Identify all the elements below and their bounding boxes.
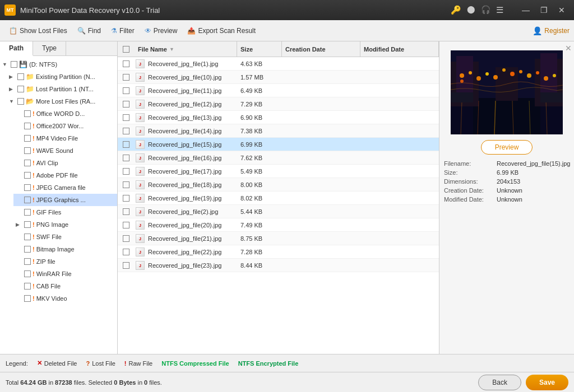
png-check[interactable] (24, 221, 31, 228)
row-checkbox[interactable] (123, 141, 129, 148)
row-checkbox[interactable] (123, 208, 129, 215)
row-checkbox[interactable] (123, 114, 129, 121)
tree-mkv[interactable]: ! MKV Video (13, 292, 117, 305)
row-check[interactable] (118, 101, 135, 108)
office-check[interactable] (24, 110, 31, 117)
back-button[interactable]: Back (478, 375, 521, 390)
row-check[interactable] (118, 235, 135, 242)
existing-check[interactable] (17, 73, 24, 80)
menu-icon[interactable]: ☰ (496, 5, 503, 15)
tree-office-word[interactable]: ! Office WORD D... (13, 108, 117, 120)
row-checkbox[interactable] (123, 235, 129, 242)
row-check[interactable] (118, 87, 135, 94)
key-icon[interactable]: 🔑 (451, 5, 461, 15)
row-check[interactable] (118, 181, 135, 188)
row-checkbox[interactable] (123, 249, 129, 255)
row-checkbox[interactable] (123, 74, 129, 81)
col-size[interactable]: Size (237, 41, 282, 57)
gif-check[interactable] (24, 209, 31, 216)
root-check[interactable] (11, 61, 17, 68)
file-row[interactable]: J Recovered_jpg_file(12).jpg 7.29 KB (118, 97, 439, 111)
tree-existing-partition[interactable]: ▶ 📁 Existing Partition (N... (7, 71, 117, 83)
row-check[interactable] (118, 222, 135, 228)
row-checkbox[interactable] (123, 222, 129, 228)
col-filename[interactable]: File Name ▼ (135, 41, 237, 57)
row-check[interactable] (118, 74, 135, 81)
tree-jpeg-graphics[interactable]: ! JPEG Graphics ... (13, 194, 117, 206)
row-checkbox[interactable] (123, 101, 129, 108)
row-checkbox[interactable] (123, 168, 129, 175)
row-check[interactable] (118, 128, 135, 134)
tree-winrar[interactable]: ! WinRAR File (13, 268, 117, 280)
tree-wave[interactable]: ! WAVE Sound (13, 144, 117, 157)
lost-check[interactable] (17, 86, 24, 92)
row-check[interactable] (118, 168, 135, 175)
file-row[interactable]: J Recovered_jpg_file(20).jpg 7.49 KB (118, 218, 439, 232)
pdf-check[interactable] (24, 172, 31, 179)
file-row[interactable]: J Recovered_jpg_file(10).jpg 1.57 MB (118, 71, 439, 84)
register-button[interactable]: 👤 Register (533, 26, 570, 35)
preview-close-icon[interactable]: ✕ (565, 44, 572, 53)
mp4-check[interactable] (24, 135, 31, 142)
file-row[interactable]: J Recovered_jpg_file(21).jpg 8.75 KB (118, 232, 439, 245)
file-row[interactable]: J Recovered_jpg_file(13).jpg 6.90 KB (118, 111, 439, 124)
file-row[interactable]: J Recovered_jpg_file(15).jpg 6.99 KB (118, 138, 439, 151)
tab-path[interactable]: Path (0, 41, 33, 56)
file-row[interactable]: J Recovered_jpg_file(19).jpg 8.02 KB (118, 192, 439, 205)
swf-check[interactable] (24, 234, 31, 240)
file-row[interactable]: J Recovered_jpg_file(23).jpg 8.44 KB (118, 259, 439, 272)
preview-button[interactable]: Preview (481, 140, 533, 155)
row-checkbox[interactable] (123, 128, 129, 134)
row-check[interactable] (118, 249, 135, 255)
row-check[interactable] (118, 155, 135, 161)
more-check[interactable] (17, 98, 24, 105)
row-checkbox[interactable] (123, 60, 129, 67)
close-button[interactable]: ✕ (554, 2, 570, 18)
tree-png[interactable]: ▶ ! PNG Image (13, 218, 117, 231)
row-check[interactable] (118, 141, 135, 148)
preview-toolbar-button[interactable]: 👁 Preview (140, 25, 182, 37)
show-lost-files-button[interactable]: 📋 Show Lost Files (4, 25, 72, 37)
col-creation[interactable]: Creation Date (282, 41, 360, 57)
file-row[interactable]: J Recovered_jpg_file(11).jpg 6.49 KB (118, 84, 439, 97)
tree-zip[interactable]: ! ZIP file (13, 255, 117, 268)
row-checkbox[interactable] (123, 181, 129, 188)
col-modified[interactable]: Modified Date (360, 41, 439, 57)
bitmap-check[interactable] (24, 246, 31, 253)
select-all-check[interactable] (123, 46, 129, 53)
office2007-check[interactable] (24, 123, 31, 129)
tree-jpeg-camera[interactable]: ! JPEG Camera file (13, 181, 117, 194)
jpeg-graphics-check[interactable] (24, 197, 31, 203)
row-check[interactable] (118, 262, 135, 269)
file-row[interactable]: J Recovered_jpg_file(22).jpg 7.28 KB (118, 245, 439, 259)
file-row[interactable]: J Recovered_jpg_file(2).jpg 5.44 KB (118, 205, 439, 218)
file-row[interactable]: J Recovered_jpg_file(1).jpg 4.63 KB (118, 57, 439, 71)
tree-lost-partition[interactable]: ▶ 📁 Lost Partition 1 (NT... (7, 83, 117, 95)
tree-more-lost[interactable]: ▼ 📂 More Lost Files (RA... (7, 95, 117, 108)
tab-type[interactable]: Type (33, 41, 66, 55)
tree-swf[interactable]: ! SWF File (13, 231, 117, 243)
maximize-button[interactable]: ❐ (536, 2, 552, 18)
minimize-button[interactable]: — (518, 2, 534, 18)
headphone-icon[interactable]: 🎧 (481, 5, 490, 15)
find-button[interactable]: 🔍 Find (73, 25, 105, 37)
tree-gif[interactable]: ! GIF Files (13, 206, 117, 218)
tree-root[interactable]: ▼ 💾 (D: NTFS) (0, 58, 117, 71)
file-row[interactable]: J Recovered_jpg_file(17).jpg 5.49 KB (118, 165, 439, 178)
tree-avi[interactable]: ! AVI Clip (13, 157, 117, 169)
file-row[interactable]: J Recovered_jpg_file(16).jpg 7.62 KB (118, 151, 439, 165)
row-check[interactable] (118, 114, 135, 121)
winrar-check[interactable] (24, 270, 31, 277)
filter-button[interactable]: ⚗ Filter (107, 25, 139, 37)
row-checkbox[interactable] (123, 195, 129, 202)
tree-cab[interactable]: ! CAB File (13, 280, 117, 292)
row-checkbox[interactable] (123, 155, 129, 161)
tree-office2007[interactable]: ! Office2007 Wor... (13, 120, 117, 132)
zip-check[interactable] (24, 258, 31, 265)
file-row[interactable]: J Recovered_jpg_file(14).jpg 7.38 KB (118, 124, 439, 138)
export-button[interactable]: 📤 Export Scan Result (183, 25, 260, 37)
file-row[interactable]: J Recovered_jpg_file(18).jpg 8.00 KB (118, 178, 439, 192)
row-checkbox[interactable] (123, 262, 129, 269)
avi-check[interactable] (24, 160, 31, 166)
tree-pdf[interactable]: ! Adobe PDF file (13, 169, 117, 181)
